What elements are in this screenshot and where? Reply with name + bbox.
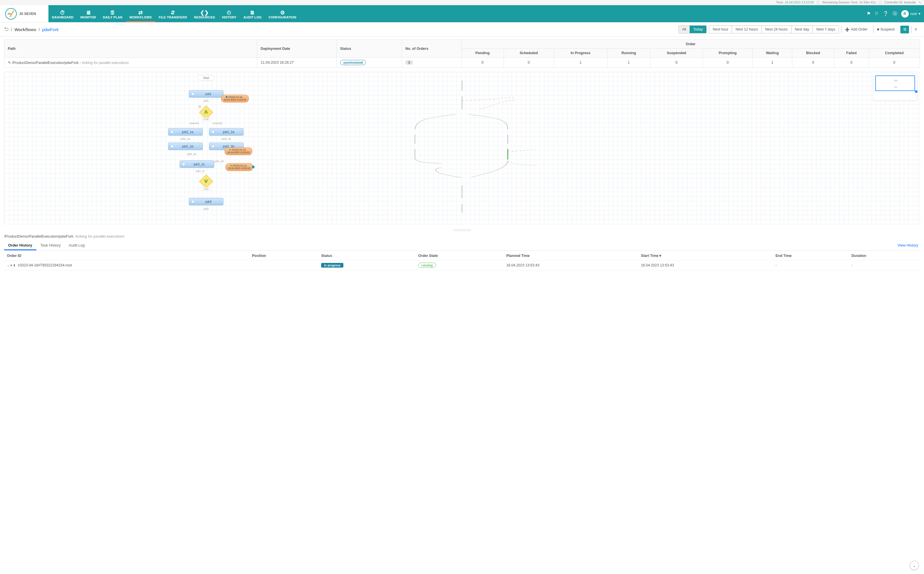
- nav-audit-log[interactable]: 🗎AUDIT LOG: [240, 5, 265, 22]
- summary-row[interactable]: ✎ /ProductDemo/ParallelExecution/pdwFork…: [4, 58, 920, 68]
- resources-icon: ❮❯: [200, 10, 209, 16]
- history-row[interactable]: ⌄ ▾ ⬇ #2023-04-16#T65322294154-root in p…: [4, 260, 920, 270]
- fork-gateway[interactable]: ⩚: [199, 106, 213, 119]
- join-gateway[interactable]: ⩛: [199, 175, 213, 188]
- range-next-12-hours[interactable]: Next 12 hours: [732, 26, 761, 33]
- col-order-pending[interactable]: Pending: [461, 49, 504, 58]
- col-position[interactable]: Position: [249, 251, 318, 260]
- col-order-scheduled[interactable]: Scheduled: [504, 49, 554, 58]
- pane-divider[interactable]: [0, 229, 924, 232]
- language-icon[interactable]: Ⓐ: [892, 11, 897, 17]
- file transfers-icon: ⇵: [171, 10, 175, 16]
- collapse-icon[interactable]: ⊟: [199, 105, 201, 108]
- col-status[interactable]: Status: [318, 251, 415, 260]
- col-deploy[interactable]: Deployment Date: [257, 40, 337, 58]
- stop-icon: ■: [877, 27, 879, 32]
- range-today[interactable]: Today: [690, 26, 706, 33]
- dashboard-icon: ⏱: [60, 10, 65, 16]
- history-table: Order ID Position Status Order State Pla…: [4, 251, 920, 270]
- col-end[interactable]: End Time: [773, 251, 849, 260]
- node-start[interactable]: Start: [198, 75, 215, 80]
- col-order-blocked[interactable]: Blocked: [792, 49, 834, 58]
- order-tag-3[interactable]: #2023-04-16...16.04.2023 13:53:42: [225, 163, 253, 171]
- range-next-hour[interactable]: Next hour: [709, 26, 732, 33]
- summary-table: Path Deployment Date Status No. of Order…: [4, 39, 920, 68]
- logo[interactable]: JS JS SEVEN: [0, 5, 48, 22]
- resize-icon[interactable]: ⤡: [919, 1, 921, 4]
- node-job1[interactable]: job1: [189, 90, 223, 98]
- caret-icon[interactable]: ▾: [10, 263, 12, 267]
- col-num[interactable]: No. of Orders: [402, 40, 462, 58]
- flag-outline-icon[interactable]: ⚐: [875, 11, 879, 16]
- col-order-waiting[interactable]: Waiting: [753, 49, 792, 58]
- configuration-icon: ⚙: [280, 10, 285, 16]
- breadcrumb-level-1[interactable]: Workflows: [14, 27, 36, 32]
- col-order-suspended[interactable]: Suspended: [650, 49, 702, 58]
- col-order-completed[interactable]: Completed: [869, 49, 920, 58]
- expand-icon[interactable]: ⌄: [7, 263, 9, 267]
- back-icon[interactable]: ⮌: [4, 27, 9, 32]
- row-path[interactable]: /ProductDemo/ParallelExecution/pdwFork: [12, 61, 78, 65]
- range-next-day[interactable]: Next day: [791, 26, 812, 33]
- suspend-button[interactable]: ■Suspend: [873, 26, 898, 33]
- range-controls: All Today Next hourNext 12 hoursNext 24 …: [678, 25, 920, 33]
- col-state[interactable]: Order State: [415, 251, 503, 260]
- view-history-link[interactable]: View History: [896, 240, 920, 250]
- detail-note: -forking for parallel executions: [74, 234, 124, 238]
- edit-icon[interactable]: ✎: [8, 61, 11, 65]
- nav-workflows[interactable]: ⇄WORKFLOWS: [126, 5, 155, 22]
- col-order-in-progress[interactable]: In Progress: [554, 49, 607, 58]
- menu-icon-button[interactable]: ≡: [911, 26, 920, 33]
- detail-path: /ProductDemo/ParallelExecution/pdwFork: [4, 234, 73, 238]
- avatar: R: [901, 10, 909, 17]
- range-next-7-days[interactable]: Next 7 days: [812, 26, 839, 33]
- col-status[interactable]: Status: [337, 40, 402, 58]
- download-icon[interactable]: ⬇: [13, 263, 16, 267]
- help-icon[interactable]: ❔: [883, 11, 889, 16]
- audit log-icon: 🗎: [250, 10, 255, 16]
- nav-monitor[interactable]: 🖥MONITOR: [77, 5, 100, 22]
- col-path[interactable]: Path: [4, 40, 257, 58]
- nav-resources[interactable]: ❮❯RESOURCES: [191, 5, 218, 22]
- node-job2-1a[interactable]: job2_1a: [168, 128, 203, 136]
- detail-tabs: Order History Task History Audit Log Vie…: [4, 240, 920, 251]
- breadcrumb: ⮌ / Workflows / pdwFork: [4, 27, 59, 32]
- monitor-icon: 🖥: [85, 10, 91, 16]
- order-tag-2[interactable]: #2023-04-16...16.04.2023 13:53:42: [225, 147, 252, 155]
- tab-order-history[interactable]: Order History: [4, 240, 36, 250]
- col-order-id[interactable]: Order ID: [4, 251, 249, 260]
- session-value: 1h 59m 41s: [859, 1, 876, 4]
- node-job3[interactable]: job3: [189, 198, 223, 205]
- flag-solid-icon[interactable]: ⚑: [867, 11, 871, 16]
- col-planned[interactable]: Planned Time: [503, 251, 638, 260]
- add-order-button[interactable]: ➕Add Order: [841, 26, 871, 33]
- nav-daily-plan[interactable]: 🗓DAILY PLAN: [100, 5, 126, 22]
- workflow-canvas[interactable]: Start job1 job1 #2023-04-16...16.04.2023…: [4, 72, 920, 224]
- node-job2-1c[interactable]: job2_1c: [180, 161, 214, 168]
- status-badge: synchronized: [340, 60, 366, 65]
- col-duration[interactable]: Duration: [849, 251, 920, 260]
- nav-file-transfers[interactable]: ⇵FILE TRANSFERS: [155, 5, 191, 22]
- minimap[interactable]: ▪▫▪▫▪▫: [873, 74, 917, 100]
- plus-icon: ➕: [845, 27, 850, 32]
- tab-task-history[interactable]: Task History: [36, 240, 65, 250]
- state-badge: running: [418, 263, 436, 268]
- range-next-24-hours[interactable]: Next 24 hours: [761, 26, 791, 33]
- nav-dashboard[interactable]: ⏱DASHBOARD: [48, 5, 77, 22]
- nav-configuration[interactable]: ⚙CONFIGURATION: [265, 5, 300, 22]
- tab-audit-log[interactable]: Audit Log: [65, 240, 89, 250]
- node-job2-1b[interactable]: job2_1b: [168, 143, 203, 150]
- sort-desc-icon: ▾: [659, 254, 661, 258]
- user-menu[interactable]: R root ▾: [901, 10, 921, 17]
- nav-history[interactable]: ⏲HISTORY: [218, 5, 240, 22]
- col-order-failed[interactable]: Failed: [834, 49, 869, 58]
- user-name: root: [910, 11, 917, 16]
- col-order-prompting[interactable]: Prompting: [703, 49, 753, 58]
- workflows-icon: ⇄: [138, 10, 143, 16]
- range-all[interactable]: All: [679, 26, 690, 33]
- col-start[interactable]: Start Time ▾: [638, 251, 773, 260]
- tree-icon-button[interactable]: ⧉: [900, 26, 909, 33]
- order-tag-1[interactable]: #2023-04-16...16.04.2023 13:53:43: [221, 95, 249, 102]
- node-job2-2a[interactable]: job2_2a: [209, 128, 244, 136]
- col-order-running[interactable]: Running: [607, 49, 650, 58]
